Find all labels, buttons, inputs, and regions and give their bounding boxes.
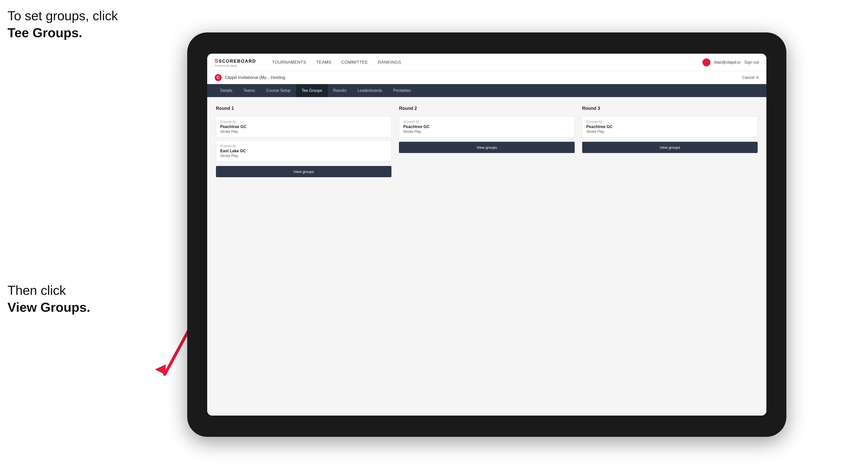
instruction-top-bold: Tee Groups. — [7, 26, 82, 40]
logo-text: SSCOREBOARD — [215, 58, 256, 64]
nav-tournaments[interactable]: TOURNAMENTS — [272, 59, 306, 66]
round-1-course-a-name: Peachtree GC — [220, 125, 387, 129]
round-3-view-groups-button[interactable]: View groups — [582, 142, 758, 153]
instruction-top-line1: To set groups, click — [7, 8, 118, 23]
nav-right: blair@clippd.io Sign out — [703, 58, 759, 66]
top-nav: SSCOREBOARD Powered by clippit TOURNAMEN… — [207, 54, 766, 71]
user-email: blair@clippd.io — [714, 60, 740, 65]
instruction-top: To set groups, click Tee Groups. — [7, 7, 118, 41]
nav-teams[interactable]: TEAMS — [316, 59, 331, 66]
cancel-button[interactable]: Cancel ✕ — [742, 75, 759, 80]
tablet-frame: SSCOREBOARD Powered by clippit TOURNAMEN… — [187, 32, 786, 437]
nav-links: TOURNAMENTS TEAMS COMMITTEE RANKINGS — [272, 59, 690, 66]
logo-sub: Powered by clippit — [215, 64, 237, 67]
svg-marker-3 — [155, 365, 166, 374]
tab-results[interactable]: Results — [328, 84, 352, 97]
round-3-column: Round 3 (Course A) Peachtree GC Stroke P… — [582, 106, 758, 407]
tournament-icon: C — [215, 74, 222, 81]
round-3-course-a-card: (Course A) Peachtree GC Stroke Play — [582, 116, 758, 137]
round-1-column: Round 1 (Course A) Peachtree GC Stroke P… — [216, 106, 392, 407]
logo-area: SSCOREBOARD Powered by clippit — [215, 58, 260, 67]
tournament-name: Clippd Invitational (My... Hosting — [225, 75, 285, 80]
round-2-course-a-label: (Course A) — [403, 120, 570, 124]
tablet-screen: SSCOREBOARD Powered by clippit TOURNAMEN… — [207, 54, 766, 415]
instruction-bottom: Then click View Groups. — [7, 282, 90, 316]
tournament-title: C Clippd Invitational (My... Hosting — [215, 74, 285, 81]
round-1-course-b-name: East Lake GC — [220, 149, 387, 153]
sign-out-link[interactable]: Sign out — [744, 60, 759, 65]
round-1-course-b-label: (Course B) — [220, 144, 387, 148]
round-1-title: Round 1 — [216, 106, 392, 111]
tab-leaderboards[interactable]: Leaderboards — [352, 84, 388, 97]
tab-tee-groups[interactable]: Tee Groups — [296, 84, 328, 97]
round-3-course-a-format: Stroke Play — [586, 129, 753, 133]
round-2-title: Round 2 — [399, 106, 575, 111]
nav-committee[interactable]: COMMITTEE — [342, 59, 368, 66]
tab-teams[interactable]: Teams — [238, 84, 260, 97]
round-1-course-b-format: Stroke Play — [220, 154, 387, 158]
round-2-course-a-name: Peachtree GC — [403, 125, 570, 129]
round-1-course-a-label: (Course A) — [220, 120, 387, 124]
round-1-course-a-format: Stroke Play — [220, 129, 387, 133]
tab-course-setup[interactable]: Course Setup — [260, 84, 296, 97]
main-content: Round 1 (Course A) Peachtree GC Stroke P… — [207, 97, 766, 415]
tab-printables[interactable]: Printables — [388, 84, 416, 97]
tab-details[interactable]: Details — [215, 84, 238, 97]
round-2-column: Round 2 (Course A) Peachtree GC Stroke P… — [399, 106, 575, 407]
round-3-title: Round 3 — [582, 106, 758, 111]
round-1-course-b-card: (Course B) East Lake GC Stroke Play — [216, 140, 392, 161]
round-3-course-a-name: Peachtree GC — [586, 125, 753, 129]
nav-rankings[interactable]: RANKINGS — [378, 59, 401, 66]
sub-nav: Details Teams Course Setup Tee Groups Re… — [207, 84, 766, 97]
round-2-view-groups-button[interactable]: View groups — [399, 142, 575, 153]
round-1-course-a-card: (Course A) Peachtree GC Stroke Play — [216, 116, 392, 137]
instruction-bottom-bold: View Groups. — [7, 300, 90, 314]
round-1-view-groups-button[interactable]: View groups — [216, 166, 392, 177]
round-3-course-a-label: (Course A) — [586, 120, 753, 124]
round-2-course-a-format: Stroke Play — [403, 129, 570, 133]
tournament-bar: C Clippd Invitational (My... Hosting Can… — [207, 71, 766, 84]
round-2-course-a-card: (Course A) Peachtree GC Stroke Play — [399, 116, 575, 137]
instruction-bottom-line1: Then click — [7, 283, 66, 298]
avatar — [703, 58, 711, 66]
